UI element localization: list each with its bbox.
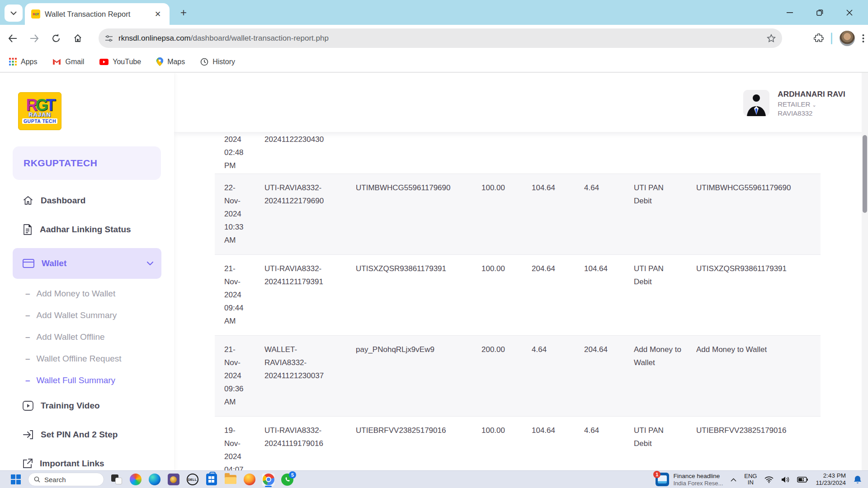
news-widget[interactable]: 1 Finance headline India Forex Rese... [656,473,723,487]
cell-date: 22-Nov-2024 10:33 AM [224,181,264,247]
site-settings-icon[interactable] [105,34,113,42]
sidebar-item-set-pin-2step[interactable]: Set PIN And 2 Step [0,424,174,445]
dell-button[interactable]: DELL [186,473,199,486]
wallet-card-icon [23,259,34,268]
forward-button[interactable] [25,29,43,47]
cell-remark: UTISXZQSR93861179391 [696,262,821,275]
cell-balance-b: 4.64 [584,424,634,437]
history-clock-icon [200,58,208,66]
copilot-button[interactable] [129,473,142,486]
start-button[interactable] [9,473,22,486]
extensions-icon[interactable] [814,33,824,43]
taskbar-search[interactable]: Search [28,473,104,486]
language-switcher[interactable]: ENGIN [744,473,757,486]
browser-profile-avatar[interactable] [840,31,855,46]
bookmark-star-icon[interactable] [767,34,776,43]
chrome-button[interactable] [262,473,275,486]
user-menu[interactable]: ARDHANARI RAVI RETAILER ⌄ RAVIA8332 [743,90,845,117]
cell-reference: UTIEBRFVV23825179016 [356,424,481,437]
window-minimize-button[interactable] [784,7,796,19]
wifi-icon[interactable] [764,476,774,483]
page-scrollbar[interactable] [862,73,868,470]
firefox-button[interactable] [243,473,256,486]
edge-button[interactable] [148,473,161,486]
browser-menu-icon[interactable] [862,34,864,43]
cell-balance-a: 204.64 [532,262,584,275]
cell-balance-a: 104.64 [532,424,584,437]
chevron-down-icon [10,11,17,15]
sidebar-item-add-wallet-summary[interactable]: –Add Wallet Summary [0,309,174,322]
cell-txn-id: UTI-RAVIA8332-20241119179016 [264,424,356,450]
microsoft-store-button[interactable] [205,473,218,486]
home-icon [23,195,33,206]
tray-overflow-button[interactable] [731,476,736,483]
search-icon [34,476,40,483]
media-player-button[interactable] [167,473,180,486]
table-row: 21-Nov-2024 09:36 AM WALLET-RAVIA8332-20… [215,335,821,416]
reload-button[interactable] [47,29,65,47]
dell-icon: DELL [187,474,198,485]
sidebar-item-training-video[interactable]: Training Video [0,395,174,416]
cell-remark: UTIMBWHCG55961179690 [696,181,821,194]
news-subtitle: India Forex Rese... [673,480,723,487]
bookmark-youtube[interactable]: YouTube [99,58,141,66]
profile-photo [840,31,855,46]
cell-amount: 100.00 [481,424,532,437]
task-view-button[interactable] [110,473,123,486]
tab-close-icon[interactable]: ✕ [152,9,163,19]
user-avatar [743,90,769,116]
cell-balance-a: 104.64 [532,181,584,194]
back-button[interactable] [4,29,22,47]
chevron-down-icon [147,262,153,265]
browser-titlebar: RGT Wallet Transaction Report ✕ + [0,0,868,25]
edge-icon [149,474,160,485]
news-headline: Finance headline [673,473,723,479]
sidebar-item-add-money-to-wallet[interactable]: –Add Money to Wallet [0,287,174,300]
bookmarks-bar: Apps Gmail YouTube Maps History [0,52,868,72]
search-placeholder: Search [44,476,66,483]
tab-search-button[interactable] [5,5,23,22]
play-video-icon [23,401,33,411]
news-widget-icon: 1 [656,473,669,486]
bookmark-history[interactable]: History [200,58,235,66]
home-button[interactable] [69,29,87,47]
sidebar-item-aadhar-linking-status[interactable]: Aadhar Linking Status [0,219,174,240]
table-row: 19-Nov-2024 04:07 UTI-RAVIA8332-20241119… [215,416,821,470]
notification-bell-icon[interactable] [854,475,862,484]
firefox-icon [244,474,255,485]
whatsapp-button[interactable]: 5 [281,473,294,486]
brand-box[interactable]: RKGUPTATECH [13,146,161,180]
cell-txn-id: 20241122230430 [264,133,356,146]
login-arrow-icon [23,430,33,440]
cell-reference: pay_PNohqRLjx9vEw9 [356,343,481,356]
scrollbar-thumb[interactable] [863,135,867,213]
window-restore-button[interactable] [814,7,826,19]
battery-icon[interactable] [797,477,808,483]
sidebar-item-wallet-full-summary[interactable]: –Wallet Full Summary [0,374,174,387]
taskbar-clock[interactable]: 2:43 PM11/23/2024 [816,472,846,487]
page-viewport: RGT RAJAN GUPTA TECH RKGUPTATECH Dashboa… [0,72,868,470]
bookmark-gmail[interactable]: Gmail [52,58,84,66]
toolbar-divider [831,33,832,44]
new-tab-button[interactable]: + [176,5,191,20]
sidebar-item-important-links[interactable]: Important Links [0,453,174,470]
sidebar: RGT RAJAN GUPTA TECH RKGUPTATECH Dashboa… [0,73,174,470]
site-favicon: RGT [31,9,40,19]
sidebar-item-add-wallet-offline[interactable]: –Add Wallet Offline [0,330,174,344]
browser-tab[interactable]: RGT Wallet Transaction Report ✕ [25,3,170,25]
bookmark-apps[interactable]: Apps [9,58,37,66]
url-bar[interactable]: rknsdl.onlinepsa.com/dashboard/wallet-tr… [99,28,782,48]
cell-amount: 100.00 [481,181,532,194]
user-role[interactable]: RETAILER ⌄ [778,100,845,108]
bookmark-maps[interactable]: Maps [156,57,185,66]
user-name: ARDHANARI RAVI [778,90,845,99]
browser-toolbar: rknsdl.onlinepsa.com/dashboard/wallet-tr… [0,25,868,52]
sidebar-item-wallet-offline-request[interactable]: –Wallet Offline Request [0,352,174,366]
volume-icon[interactable] [781,476,789,483]
cell-reference: UTIMBWHCG55961179690 [356,181,481,194]
user-id: RAVIA8332 [778,109,845,117]
window-close-button[interactable] [844,7,855,19]
sidebar-item-dashboard[interactable]: Dashboard [0,190,174,211]
file-explorer-button[interactable] [224,473,237,486]
sidebar-item-wallet[interactable]: Wallet [13,248,161,279]
